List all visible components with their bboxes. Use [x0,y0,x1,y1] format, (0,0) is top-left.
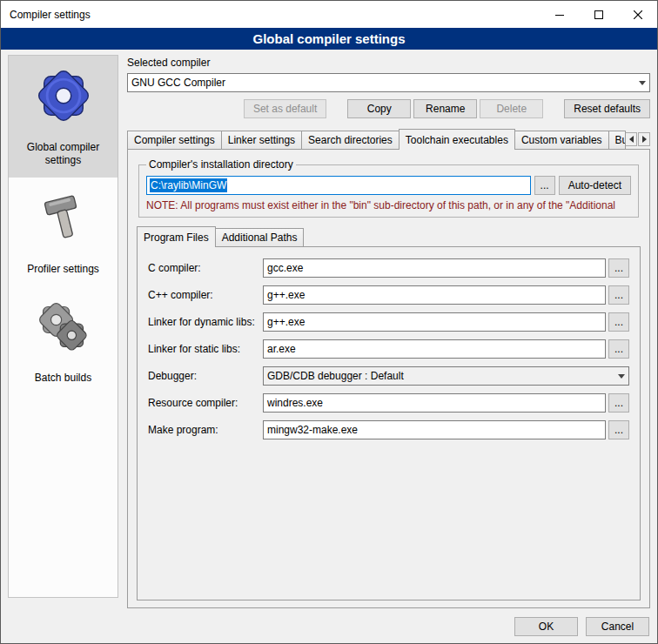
sidebar-item-batch-builds[interactable]: Batch builds [9,286,118,395]
hammer-icon [12,186,114,249]
compiler-select[interactable]: GNU GCC Compiler [127,73,650,92]
debugger-select[interactable]: GDB/CDB debugger : Default [263,366,629,386]
compiler-actions: Set as default Copy Rename Delete Reset … [127,99,650,118]
c-compiler-label: C compiler: [148,262,263,274]
debugger-value: GDB/CDB debugger : Default [267,370,613,382]
right-arrow-icon [642,136,647,143]
static-linker-label: Linker for static libs: [148,343,263,355]
set-as-default-button[interactable]: Set as default [244,99,326,118]
dynamic-linker-value: g++.exe [267,316,305,328]
cpp-compiler-browse-button[interactable]: ... [608,285,629,305]
titlebar: Compiler settings [1,1,657,28]
dynamic-linker-browse-button[interactable]: ... [608,312,629,332]
content-row: Global compiler settings Profiler settin… [1,50,657,610]
subtab-additional-paths[interactable]: Additional Paths [215,228,305,246]
maximize-icon [594,10,603,19]
resource-compiler-label: Resource compiler: [148,397,263,409]
resource-compiler-input[interactable]: windres.exe [263,393,606,413]
main-area: Selected compiler GNU GCC Compiler Set a… [127,55,650,610]
static-linker-value: ar.exe [267,343,296,355]
dynamic-linker-input[interactable]: g++.exe [263,312,606,332]
cpp-compiler-value: g++.exe [267,289,305,301]
toolchain-executables-panel: Compiler's installation directory C:\ray… [127,149,650,608]
minimize-button[interactable] [540,1,579,28]
resource-compiler-browse-button[interactable]: ... [608,393,629,413]
installation-directory-value: C:\raylib\MinGW [150,178,227,192]
maximize-button[interactable] [579,1,618,28]
resource-compiler-value: windres.exe [267,397,323,409]
tab-toolchain-executables[interactable]: Toolchain executables [399,129,515,150]
installation-directory-group-title: Compiler's installation directory [146,158,296,171]
window-controls [540,1,657,28]
left-arrow-icon [629,136,634,143]
sidebar-item-global-compiler-settings[interactable]: Global compiler settings [9,56,118,178]
make-program-input[interactable]: mingw32-make.exe [263,420,606,439]
dynamic-linker-row: Linker for dynamic libs: g++.exe ... [148,312,629,332]
auto-detect-button[interactable]: Auto-detect [559,176,631,195]
main-tabstrip: Compiler settings Linker settings Search… [127,129,650,149]
cancel-button[interactable]: Cancel [586,617,649,636]
program-files-panel: C compiler: gcc.exe ... C++ compiler: g+… [137,246,641,600]
c-compiler-input[interactable]: gcc.exe [263,258,606,278]
page-title: Global compiler settings [1,28,657,50]
dialog-footer: OK Cancel [1,610,657,643]
dynamic-linker-label: Linker for dynamic libs: [148,316,263,328]
sidebar-item-label: Profiler settings [12,263,114,276]
sidebar-item-profiler-settings[interactable]: Profiler settings [9,178,118,286]
compiler-settings-window: Compiler settings Global compiler settin… [0,0,658,644]
installation-directory-row: C:\raylib\MinGW ... Auto-detect [146,176,631,195]
installation-directory-note: NOTE: All programs must exist either in … [146,199,631,211]
cpp-compiler-row: C++ compiler: g++.exe ... [148,285,629,305]
chevron-down-icon [618,374,625,379]
copy-button[interactable]: Copy [347,99,411,118]
sidebar-item-label: Global compiler settings [12,141,114,167]
static-linker-browse-button[interactable]: ... [608,339,629,359]
close-icon [634,10,642,19]
ok-button[interactable]: OK [514,617,578,636]
tab-custom-variables[interactable]: Custom variables [514,131,609,149]
sidebar-item-label: Batch builds [12,372,114,385]
compiler-select-value: GNU GCC Compiler [131,77,634,89]
tab-search-directories[interactable]: Search directories [301,131,400,149]
make-program-browse-button[interactable]: ... [608,420,629,439]
tab-scrollers [625,132,650,146]
window-title: Compiler settings [1,9,91,21]
cpp-compiler-label: C++ compiler: [148,289,263,301]
cpp-compiler-input[interactable]: g++.exe [263,285,606,305]
installation-directory-group: Compiler's installation directory C:\ray… [138,158,639,218]
programs-subtabstrip: Program Files Additional Paths [137,226,641,246]
tab-build-options[interactable]: Build options [608,131,626,149]
make-program-label: Make program: [148,424,263,436]
tab-compiler-settings[interactable]: Compiler settings [127,131,222,149]
tab-linker-settings[interactable]: Linker settings [221,131,302,149]
rename-button[interactable]: Rename [413,99,477,118]
c-compiler-row: C compiler: gcc.exe ... [148,258,629,278]
tab-scroll-right-button[interactable] [638,132,650,146]
selected-compiler-label: Selected compiler [127,57,650,69]
close-button[interactable] [618,1,657,28]
installation-directory-browse-button[interactable]: ... [534,176,555,195]
static-linker-input[interactable]: ar.exe [263,339,606,359]
minimize-icon [555,10,564,19]
c-compiler-value: gcc.exe [267,262,303,274]
subtab-program-files[interactable]: Program Files [137,226,216,247]
chevron-down-icon [639,81,646,85]
installation-directory-input[interactable]: C:\raylib\MinGW [146,176,531,195]
settings-sidebar: Global compiler settings Profiler settin… [8,55,118,598]
gray-gears-icon [12,295,114,358]
debugger-row: Debugger: GDB/CDB debugger : Default [148,366,629,386]
resource-compiler-row: Resource compiler: windres.exe ... [148,393,629,413]
c-compiler-browse-button[interactable]: ... [608,258,629,278]
static-linker-row: Linker for static libs: ar.exe ... [148,339,629,359]
make-program-value: mingw32-make.exe [267,424,358,436]
blue-gear-icon [12,64,114,127]
tab-scroll-left-button[interactable] [625,132,637,146]
debugger-label: Debugger: [148,370,263,382]
make-program-row: Make program: mingw32-make.exe ... [148,420,629,439]
reset-defaults-button[interactable]: Reset defaults [564,99,650,118]
delete-button[interactable]: Delete [480,99,543,118]
